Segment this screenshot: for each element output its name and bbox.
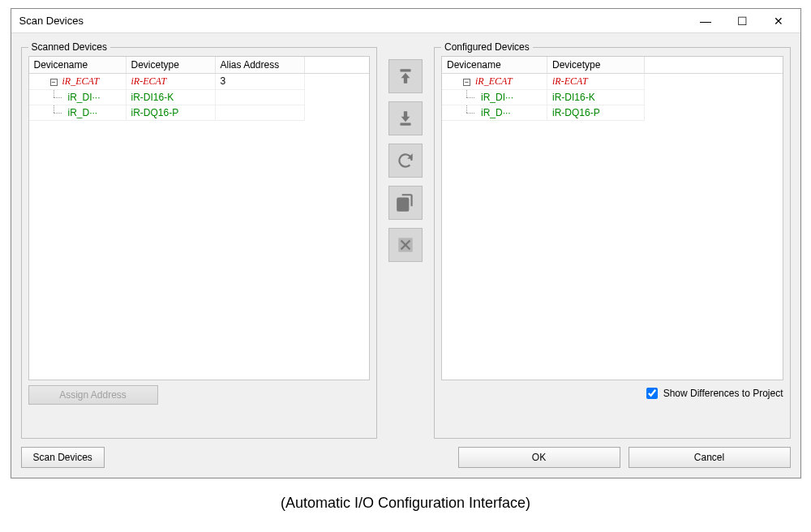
move-down-button[interactable] bbox=[388, 101, 423, 135]
col-devicetype[interactable]: Devicetype bbox=[127, 57, 216, 73]
device-type: iR-DI16-K bbox=[547, 90, 645, 105]
configured-devices-group: Configured Devices Devicename Devicetype… bbox=[434, 41, 791, 439]
alias-address: 3 bbox=[216, 74, 305, 90]
table-row[interactable]: iR_DI···iR-DI16-K bbox=[442, 90, 783, 105]
device-name: iR_D··· bbox=[68, 107, 98, 118]
device-type: iR-ECAT bbox=[547, 74, 645, 90]
configured-devices-legend: Configured Devices bbox=[441, 41, 533, 53]
alias-address bbox=[216, 105, 305, 121]
minimize-button[interactable]: — bbox=[688, 10, 724, 32]
alias-address bbox=[216, 90, 305, 105]
close-button[interactable]: ✕ bbox=[761, 10, 797, 32]
col-devicetype[interactable]: Devicetype bbox=[547, 57, 645, 73]
remove-button[interactable] bbox=[388, 228, 423, 262]
table-row[interactable]: −iR_ECATiR-ECAT bbox=[442, 74, 783, 90]
device-name: iR_ECAT bbox=[62, 75, 100, 87]
show-differences-checkbox[interactable] bbox=[646, 388, 658, 399]
titlebar[interactable]: Scan Devices — ☐ ✕ bbox=[11, 9, 800, 33]
figure-caption: (Automatic I/O Configuration Interface) bbox=[11, 495, 801, 512]
scanned-devices-group: Scanned Devices Devicename Devicetype Al… bbox=[21, 41, 378, 439]
table-row[interactable]: iR_D···iR-DQ16-P bbox=[442, 105, 783, 121]
sync-button[interactable] bbox=[388, 144, 423, 178]
col-devicename[interactable]: Devicename bbox=[29, 57, 127, 73]
device-name: iR_D··· bbox=[481, 107, 511, 118]
col-alias-address[interactable]: Alias Address bbox=[216, 57, 305, 73]
scan-devices-button[interactable]: Scan Devices bbox=[21, 447, 105, 468]
maximize-button[interactable]: ☐ bbox=[724, 10, 761, 32]
device-name: iR_DI··· bbox=[481, 92, 513, 103]
device-type: iR-DQ16-P bbox=[547, 105, 645, 121]
table-row[interactable]: iR_DI···iR-DI16-K bbox=[29, 90, 370, 105]
scan-devices-window: Scan Devices — ☐ ✕ Scanned Devices Devic… bbox=[11, 8, 801, 478]
scanned-devices-legend: Scanned Devices bbox=[28, 41, 110, 53]
expander-icon[interactable]: − bbox=[463, 79, 470, 86]
assign-address-button[interactable]: Assign Address bbox=[28, 385, 158, 405]
ok-button[interactable]: OK bbox=[458, 447, 620, 468]
configured-devices-tree[interactable]: Devicename Devicetype −iR_ECATiR-ECATiR_… bbox=[441, 56, 783, 380]
device-type: iR-ECAT bbox=[127, 74, 216, 90]
window-title: Scan Devices bbox=[19, 15, 688, 27]
col-devicename[interactable]: Devicename bbox=[442, 57, 547, 73]
move-up-button[interactable] bbox=[388, 59, 423, 93]
transfer-buttons bbox=[385, 41, 426, 439]
show-differences-label[interactable]: Show Differences to Project bbox=[663, 388, 783, 399]
cancel-button[interactable]: Cancel bbox=[629, 447, 791, 468]
device-type: iR-DQ16-P bbox=[127, 105, 216, 121]
device-name: iR_DI··· bbox=[68, 92, 101, 103]
device-name: iR_ECAT bbox=[475, 75, 513, 87]
device-type: iR-DI16-K bbox=[127, 90, 216, 105]
expander-icon[interactable]: − bbox=[50, 79, 58, 86]
table-row[interactable]: iR_D···iR-DQ16-P bbox=[29, 105, 370, 121]
table-row[interactable]: −iR_ECATiR-ECAT3 bbox=[29, 74, 370, 90]
copy-button[interactable] bbox=[388, 186, 423, 220]
scanned-devices-tree[interactable]: Devicename Devicetype Alias Address −iR_… bbox=[28, 56, 371, 380]
